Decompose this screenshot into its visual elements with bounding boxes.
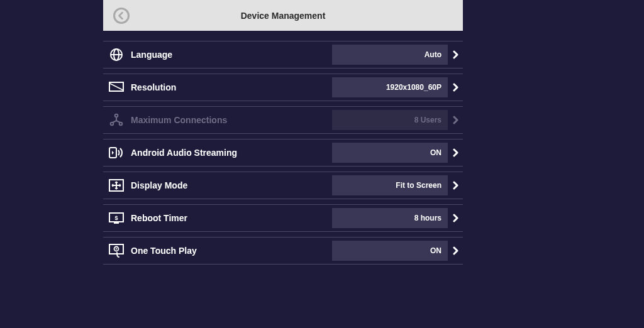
svg-text:$: $: [114, 215, 118, 221]
row-resolution-value: 1920x1080_60P: [332, 77, 448, 97]
page-title: Device Management: [241, 11, 326, 21]
reboot-timer-icon: $: [108, 210, 125, 226]
header-bar: Device Management: [103, 0, 463, 31]
row-one-touch-play[interactable]: One Touch Play ON: [103, 237, 463, 265]
row-reboot-timer[interactable]: $ Reboot Timer 8 hours: [103, 204, 463, 232]
audio-icon: [108, 145, 125, 160]
row-resolution-label: Resolution: [131, 82, 332, 92]
row-max-connections-label: Maximum Connections: [131, 115, 332, 125]
row-reboot-timer-label: Reboot Timer: [131, 213, 332, 223]
row-resolution[interactable]: Resolution 1920x1080_60P: [103, 74, 463, 101]
row-display-mode-value: Fit to Screen: [332, 175, 448, 195]
globe-icon: [108, 47, 125, 62]
chevron-right-icon: [448, 214, 463, 222]
monitor-icon: [108, 80, 125, 95]
back-button[interactable]: [113, 8, 130, 24]
row-one-touch-play-value: ON: [332, 241, 448, 261]
connections-icon: [108, 112, 125, 128]
row-one-touch-play-label: One Touch Play: [131, 246, 332, 256]
row-audio-streaming-label: Android Audio Streaming: [131, 148, 332, 158]
back-arrow-icon: [118, 12, 125, 19]
chevron-right-icon: [448, 50, 463, 59]
row-max-connections-value: 8 Users: [332, 110, 448, 130]
chevron-right-icon: [448, 148, 463, 157]
chevron-right-icon: [448, 83, 463, 92]
svg-line-4: [110, 84, 123, 90]
row-display-mode[interactable]: Display Mode Fit to Screen: [103, 172, 463, 199]
chevron-right-icon: [448, 116, 463, 124]
row-language[interactable]: Language Auto: [103, 41, 463, 68]
chevron-right-icon: [448, 181, 463, 190]
row-language-label: Language: [131, 50, 332, 60]
row-max-connections: Maximum Connections 8 Users: [103, 106, 463, 134]
one-touch-play-icon: [108, 243, 125, 258]
row-audio-streaming[interactable]: Android Audio Streaming ON: [103, 139, 463, 167]
chevron-right-icon: [448, 246, 463, 255]
settings-list: Language Auto Resolution 1920x1080_60P: [103, 31, 463, 265]
row-reboot-timer-value: 8 hours: [332, 208, 448, 228]
row-audio-streaming-value: ON: [332, 143, 448, 163]
row-display-mode-label: Display Mode: [131, 180, 332, 190]
display-mode-icon: [108, 178, 125, 193]
svg-point-5: [115, 114, 118, 118]
row-language-value: Auto: [332, 45, 448, 65]
